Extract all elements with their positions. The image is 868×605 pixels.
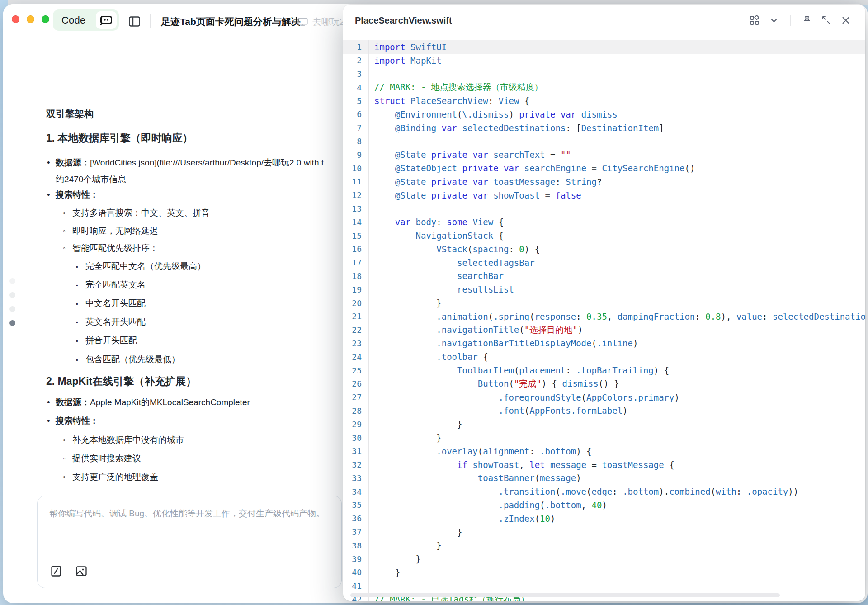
line-number: 35 (343, 498, 369, 512)
page-indicator-dot-2[interactable] (9, 292, 15, 298)
code-text: .foregroundStyle(AppColors.primary) (369, 392, 679, 402)
code-line[interactable]: 31 .overlay(alignment: .bottom) { (343, 444, 865, 458)
chat-input[interactable] (49, 507, 330, 559)
code-line[interactable]: 19 resultsList (343, 283, 865, 296)
code-line[interactable]: 27 .foregroundStyle(AppColors.primary) (343, 391, 865, 404)
code-line[interactable]: 7 @Binding var selectedDestinations: [De… (343, 121, 865, 135)
line-number: 4 (343, 80, 369, 94)
code-line[interactable]: 34 .transition(.move(edge: .bottom).comb… (343, 485, 865, 498)
close-panel-button[interactable] (840, 14, 852, 26)
code-line[interactable]: 12 @State private var showToast = false (343, 189, 865, 202)
bullet-marker: ▪ (76, 317, 78, 328)
code-line[interactable]: 14 var body: some View { (343, 215, 865, 229)
line-number: 19 (343, 283, 369, 296)
code-line[interactable]: 37 } (343, 525, 865, 539)
line-number: 23 (343, 337, 369, 350)
code-line[interactable]: 21 .animation(.spring(response: 0.35, da… (343, 310, 865, 323)
code-line[interactable]: 6 @Environment(\.dismiss) private var di… (343, 108, 865, 121)
code-line[interactable]: 29 } (343, 417, 865, 431)
code-line[interactable]: 17 selectedTagsBar (343, 256, 865, 269)
code-line[interactable]: 8 (343, 135, 865, 148)
code-line[interactable]: 36 .zIndex(10) (343, 512, 865, 525)
code-text: .font(AppFonts.formLabel) (369, 406, 628, 416)
code-text: } (369, 567, 400, 577)
bullet-marker: • (47, 189, 50, 201)
code-line[interactable]: 26 Button("完成") { dismiss() } (343, 377, 865, 391)
code-line[interactable]: 13 (343, 202, 865, 216)
bullet-marker: ◦ (63, 242, 66, 254)
code-line[interactable]: 2import MapKit (343, 54, 865, 67)
line-number: 18 (343, 269, 369, 283)
page-indicator-dot-3[interactable] (9, 306, 15, 312)
doc-block-li3: ▪完全匹配英文名 (46, 279, 354, 291)
code-text: ToolbarItem(placement: .topBarTrailing) … (369, 365, 669, 375)
bullet-marker: • (47, 397, 50, 408)
scroll-indicator[interactable] (9, 278, 15, 334)
line-number: 5 (343, 94, 369, 108)
bullet-marker: ▪ (76, 354, 78, 366)
code-text: .transition(.move(edge: .bottom).combine… (369, 487, 798, 496)
code-line[interactable]: 25 ToolbarItem(placement: .topBarTrailin… (343, 364, 865, 377)
doc-block-li3: ▪英文名开头匹配 (46, 316, 354, 328)
code-line[interactable]: 39 } (343, 552, 865, 566)
line-number: 41 (343, 579, 369, 593)
pin-panel-button[interactable] (801, 14, 813, 26)
code-line[interactable]: 32 if showToast, let message = toastMess… (343, 458, 865, 472)
code-line[interactable]: 20 } (343, 296, 865, 310)
minimize-window-button[interactable] (27, 15, 34, 23)
code-line[interactable]: 30 } (343, 431, 865, 444)
doc-block-li3: ▪完全匹配中文名（优先级最高） (46, 260, 354, 272)
close-window-button[interactable] (12, 15, 19, 23)
code-text: resultsList (369, 284, 514, 294)
doc-block-h3: 1. 本地数据库引擎（即时响应） (46, 131, 354, 145)
code-line[interactable]: 10 @StateObject private var searchEngine… (343, 161, 865, 175)
doc-block-h4: 双引擎架构 (46, 108, 354, 120)
code-line[interactable]: 11 @State private var toastMessage: Stri… (343, 175, 865, 189)
code-line[interactable]: 16 VStack(spacing: 0) { (343, 242, 865, 256)
code-text: searchBar (369, 271, 504, 281)
line-number: 34 (343, 485, 369, 498)
slash-command-icon[interactable] (50, 564, 62, 578)
code-line[interactable]: 3 (343, 67, 865, 81)
code-line[interactable]: 4// MARK: - 地点搜索选择器（市级精度） (343, 80, 865, 94)
code-text: @Environment(\.dismiss) private var dism… (369, 109, 618, 119)
line-number: 13 (343, 202, 369, 216)
code-line[interactable]: 28 .font(AppFonts.formLabel) (343, 404, 865, 418)
line-number: 14 (343, 215, 369, 229)
view-switcher-button[interactable] (749, 14, 760, 26)
page-indicator-dot-1[interactable] (9, 278, 15, 284)
line-number: 39 (343, 552, 369, 566)
code-line[interactable]: 15 NavigationStack { (343, 229, 865, 242)
doc-block-li1: •搜索特性： (46, 415, 354, 427)
code-line[interactable]: 35 .padding(.bottom, 40) (343, 498, 865, 512)
line-number: 27 (343, 391, 369, 404)
code-text: var body: some View { (369, 217, 504, 227)
code-line[interactable]: 5struct PlaceSearchView: View { (343, 94, 865, 108)
attach-image-icon[interactable] (75, 564, 88, 578)
code-line[interactable]: 40 } (343, 566, 865, 579)
bullet-marker: ◦ (63, 207, 66, 219)
expand-panel-button[interactable] (821, 14, 832, 26)
code-line[interactable]: 41 (343, 579, 865, 593)
code-line[interactable]: 1import SwiftUI (343, 40, 865, 54)
code-line[interactable]: 22 .navigationTitle("选择目的地") (343, 323, 865, 337)
view-switcher-chevron[interactable] (768, 14, 780, 26)
code-line[interactable]: 18 searchBar (343, 269, 865, 283)
line-number: 9 (343, 148, 369, 161)
code-line[interactable]: 38 } (343, 539, 865, 552)
bullet-marker: ▪ (76, 298, 78, 310)
grid-components-icon (749, 15, 760, 26)
code-line[interactable]: 33 toastBanner(message) (343, 472, 865, 485)
code-editor[interactable]: 1import SwiftUI2import MapKit34// MARK: … (343, 36, 865, 601)
code-panel-header: PlaceSearchView.swift (343, 5, 865, 36)
horizontal-scrollbar[interactable] (350, 593, 780, 597)
line-number: 6 (343, 108, 369, 121)
line-number: 30 (343, 431, 369, 444)
code-line[interactable]: 9 @State private var searchText = "" (343, 148, 865, 161)
bullet-marker: ◦ (63, 434, 66, 446)
code-line[interactable]: 24 .toolbar { (343, 350, 865, 364)
code-text: struct PlaceSearchView: View { (369, 96, 529, 106)
chat-composer[interactable] (37, 496, 342, 588)
page-indicator-dot-4[interactable] (9, 320, 15, 326)
code-line[interactable]: 23 .navigationBarTitleDisplayMode(.inlin… (343, 337, 865, 350)
